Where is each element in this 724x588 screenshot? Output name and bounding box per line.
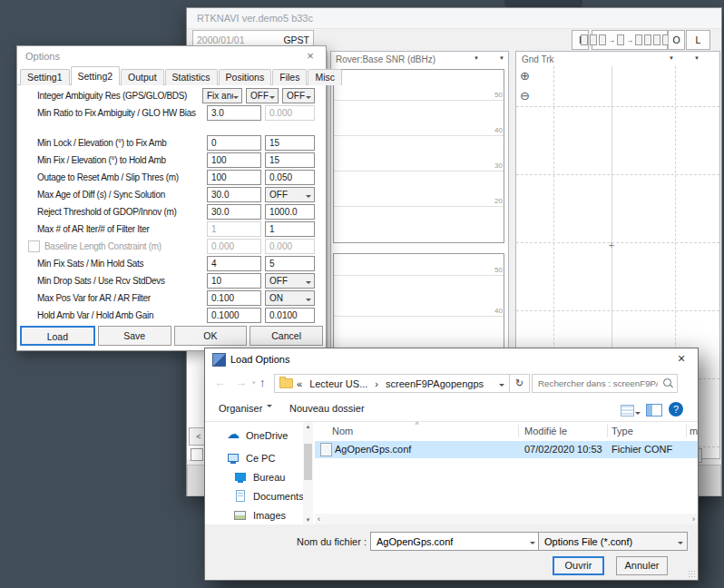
filetype-combobox[interactable]: Options File (*.conf) [538,532,688,551]
open-button[interactable]: Ouvrir [553,556,604,575]
option-input[interactable]: 4 [207,256,261,271]
zoom-out-icon[interactable]: ⊖ [520,90,530,102]
help-icon[interactable]: ? [669,402,683,416]
column-header-modifi-le[interactable]: Modifié le [524,422,567,440]
option-input[interactable]: 5 [265,256,315,271]
option-input[interactable]: 100 [207,152,261,168]
column-separator[interactable] [686,425,687,437]
file-row[interactable]: AgOpenGps.conf07/02/2020 10:53Fichier CO… [315,441,698,458]
axis-tick-label: 40 [494,307,503,315]
chevron-down-icon[interactable]: ▼ [694,55,700,61]
column-separator[interactable] [518,425,519,437]
option-input[interactable]: 1000.0 [265,204,315,220]
search-input[interactable] [533,375,660,392]
log-stream-button[interactable]: L [686,30,710,50]
chevron-down-icon[interactable] [499,384,504,389]
chevron-down-icon[interactable]: ▼ [499,55,504,61]
cancel-button[interactable]: Annuler [616,556,668,575]
options-titlebar[interactable]: Options × [17,46,326,66]
chevron-down-icon [530,542,535,547]
option-input[interactable]: 15 [265,135,315,151]
breadcrumb-guillemet[interactable]: « [297,378,302,389]
cancel-button[interactable]: Cancel [249,326,323,346]
history-chevron-icon[interactable]: ▾ [252,371,256,395]
tab-positions[interactable]: Positions [219,69,272,85]
zoom-in-icon[interactable]: ⊕ [520,70,530,82]
chevron-down-icon[interactable]: ▼ [669,55,674,61]
option-input[interactable]: 30.0 [207,187,261,202]
save-button[interactable]: Save [98,326,171,346]
column-header-partial[interactable]: m [690,422,698,440]
stream-box-icon [617,34,624,45]
resize-grip[interactable] [688,570,696,578]
column-header-nom[interactable]: Nom [332,422,353,440]
small-toggle-box[interactable] [191,448,203,461]
view-options-icon[interactable] [621,405,634,416]
sidebar-item-bureau[interactable]: Bureau [205,467,303,486]
dropdown-value: Fix and [207,91,233,101]
search-box[interactable] [532,374,678,393]
option-input[interactable]: 0.1000 [207,308,261,323]
sidebar-item-ce-pc[interactable]: Ce PC [205,448,303,467]
preview-pane-icon[interactable] [646,404,662,416]
dropdown[interactable]: OFF [282,88,315,103]
close-icon[interactable]: × [667,348,696,370]
back-icon[interactable]: ← [214,371,226,395]
dropdown[interactable]: OFF [265,273,315,289]
scroll-down-icon[interactable]: ▾ [303,516,313,524]
dropdown[interactable]: OFF [246,88,279,103]
tab-misc[interactable]: Misc [308,69,342,85]
axis-tick-label: 40 [494,126,503,134]
up-icon[interactable]: ↑ [259,371,266,395]
output-stream-button[interactable]: O [668,30,685,50]
dropdown[interactable]: OFF [265,187,315,202]
ok-button[interactable]: OK [174,326,248,346]
rtknavi-titlebar[interactable]: RTKNAVI ver.demo5 b33c [187,8,721,29]
sidebar-item-documents[interactable]: Documents [205,486,303,505]
load-button[interactable]: Load [20,326,95,346]
scrollbar-thumb[interactable] [304,444,312,480]
new-folder-button[interactable]: Nouveau dossier [289,403,365,414]
sidebar-scrollbar[interactable]: ▴ ▾ [303,422,313,524]
refresh-icon[interactable]: ↻ [510,374,530,393]
tab-setting1[interactable]: Setting1 [20,69,70,85]
column-separator[interactable] [607,425,608,437]
checkbox[interactable] [28,240,40,252]
breadcrumb[interactable]: « Lecteur US... › screenF9PAgopengps [274,374,510,393]
breadcrumb-folder[interactable]: screenF9PAgopengps [386,378,484,389]
scroll-up-icon[interactable]: ▴ [303,423,313,430]
filename-combobox[interactable]: AgOpenGps.conf [370,532,540,551]
close-icon[interactable]: × [297,46,324,66]
dropdown[interactable]: ON [265,290,315,306]
option-input[interactable]: 10 [207,273,261,289]
option-input[interactable]: 0.000 [265,239,315,254]
option-input[interactable]: 0.050 [265,170,315,185]
chevron-down-icon[interactable] [635,412,641,417]
forward-icon[interactable]: → [235,371,247,395]
option-input[interactable]: 0 [207,135,261,151]
option-input[interactable]: 0.000 [207,239,261,254]
scroll-left-icon[interactable]: ‹ [318,514,320,524]
tab-files[interactable]: Files [272,69,307,85]
sidebar-item-onedrive[interactable]: OneDrive [205,426,303,445]
tab-statistics[interactable]: Statistics [165,69,218,85]
chevron-down-icon[interactable]: ▼ [474,55,479,61]
option-input[interactable]: 30.0 [207,204,261,220]
option-input[interactable]: 1 [207,221,261,237]
option-input[interactable]: 15 [265,152,315,168]
option-input[interactable]: 0.100 [207,290,261,306]
sidebar-item-images[interactable]: Images [205,505,303,524]
column-header-type[interactable]: Type [611,422,633,440]
horizontal-scrollbar[interactable]: ‹ › [315,514,698,524]
option-input[interactable]: 3.0 [207,105,261,121]
option-input[interactable]: 1 [265,221,315,237]
dropdown[interactable]: Fix and [202,88,242,103]
option-input[interactable]: 0.000 [265,105,315,121]
organize-menu[interactable]: Organiser [219,403,272,414]
scroll-right-icon[interactable]: › [692,514,695,524]
option-input[interactable]: 100 [207,170,261,185]
tab-output[interactable]: Output [121,69,164,85]
option-input[interactable]: 0.0100 [265,308,315,323]
breadcrumb-drive[interactable]: Lecteur US... [309,378,367,389]
tab-setting2[interactable]: Setting2 [71,66,121,85]
